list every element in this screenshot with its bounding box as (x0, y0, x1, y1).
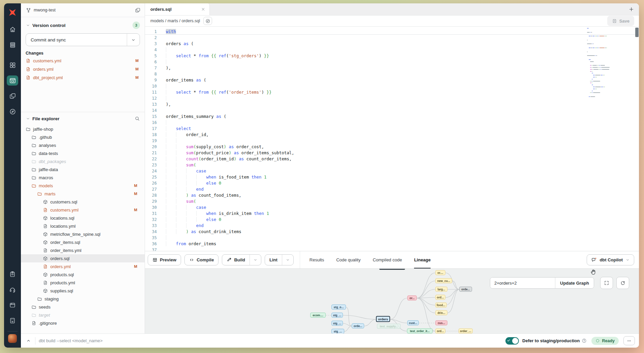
lineage-node-orders[interactable]: orders (376, 316, 390, 322)
lineage-node-ecom-[interactable]: ecom.... (310, 313, 326, 318)
tree-item-customers-sql[interactable]: customers.sql (21, 198, 145, 206)
lineage-node-drin-[interactable]: drin... (435, 310, 447, 315)
tree-item-supplies-sql[interactable]: supplies.sql (21, 287, 145, 295)
lineage-canvas[interactable]: ecom....stg_o...stg_...stg_...stg_...ord… (145, 268, 639, 333)
build-button[interactable]: Build (222, 254, 261, 265)
tree-item-jaffle-shop[interactable]: jaffle-shop (21, 125, 145, 133)
lineage-node-orde-[interactable]: orde... (459, 287, 472, 292)
tree-item-orders-yml[interactable]: orders.ymlM (21, 262, 145, 270)
explore-lineage-button[interactable] (203, 17, 212, 25)
lineage-node-or-[interactable]: or... (407, 295, 417, 300)
commit-options-chevron[interactable] (127, 34, 140, 46)
changed-file-row[interactable]: orders.ymlM (26, 66, 140, 72)
tree-item-customers-yml[interactable]: customers.ymlM (21, 206, 145, 214)
tree-item-models[interactable]: modelsM (21, 182, 145, 190)
changed-file-row[interactable]: customers.ymlM (26, 57, 140, 64)
changed-file-row[interactable]: dbt_project.ymlM (26, 74, 140, 81)
tree-item-orders-sql[interactable]: orders.sql (21, 254, 145, 262)
close-tab-icon[interactable] (201, 7, 205, 11)
lineage-node-larg-[interactable]: larg... (435, 287, 447, 292)
lineage-node-order-[interactable]: order_... (459, 328, 473, 333)
lineage-node-ord-[interactable]: ord... (435, 328, 445, 333)
tree-item-seeds[interactable]: seeds (21, 303, 145, 311)
lineage-node-stg-[interactable]: stg_... (331, 313, 343, 318)
line-number: 3 (145, 41, 160, 47)
lineage-node-cust-[interactable]: cust... (407, 320, 419, 325)
lineage-node-new-cu-[interactable]: new_cu... (435, 278, 452, 283)
tab-orders-sql[interactable]: orders.sql (145, 3, 210, 15)
changelog-icon[interactable] (4, 313, 21, 328)
home-icon[interactable] (4, 22, 21, 37)
expand-command-panel-icon[interactable] (24, 338, 33, 343)
chevron-down-icon[interactable] (26, 23, 30, 28)
dashboard-icon[interactable] (4, 57, 21, 73)
dbt-command-input[interactable] (39, 338, 505, 343)
more-options-button[interactable] (623, 336, 635, 345)
support-icon[interactable] (4, 282, 21, 297)
tree-item--gitignore[interactable]: .gitignore (21, 319, 145, 327)
lineage-node-orde-[interactable]: orde... (352, 323, 364, 328)
tree-item-macros[interactable]: macros (21, 173, 145, 182)
develop-ide-icon[interactable] (4, 73, 21, 88)
new-tab-button[interactable] (628, 6, 634, 12)
tree-item-marts[interactable]: martsM (21, 190, 145, 198)
lineage-node-stg-[interactable]: stg_... (331, 321, 343, 326)
defer-toggle[interactable] (505, 337, 519, 345)
build-options-chevron[interactable] (250, 255, 261, 265)
tree-item-target[interactable]: target (21, 311, 145, 319)
tree-item-order-items-yml[interactable]: order_items.yml (21, 246, 145, 254)
refresh-graph-button[interactable] (616, 277, 629, 289)
editor-scrollbar[interactable] (635, 28, 639, 37)
preview-button[interactable]: Preview (148, 254, 181, 265)
tree-item-locations-sql[interactable]: locations.sql (21, 214, 145, 222)
docs-icon[interactable] (4, 297, 21, 313)
tree-item-locations-yml[interactable]: locations.yml (21, 222, 145, 230)
compare-icon[interactable] (4, 88, 21, 104)
tab-results[interactable]: Results (310, 251, 324, 269)
chevron-down-icon[interactable] (26, 116, 30, 121)
tree-item-analyses[interactable]: analyses (21, 141, 145, 149)
tab-lineage[interactable]: Lineage (414, 251, 431, 269)
lint-options-chevron[interactable] (282, 255, 293, 265)
deploy-jobs-icon[interactable] (4, 37, 21, 53)
left-nav-rail (4, 3, 21, 348)
code-text: order_id, (160, 132, 209, 138)
lineage-node-food-[interactable]: food... (435, 302, 447, 308)
minimap[interactable] (587, 28, 634, 100)
copy-icon[interactable] (135, 7, 141, 13)
lineage-node-or-[interactable]: or.... (435, 270, 445, 275)
lineage-node-test-order-it-[interactable]: test_order_it... (407, 328, 433, 333)
tree-item-dbt-packages[interactable]: dbt_packages (21, 157, 145, 165)
tab-compiled-code[interactable]: Compiled code (373, 251, 402, 269)
fullscreen-button[interactable] (600, 277, 613, 289)
code-editor[interactable]: 1with23orders as (4 5 select * from {{ r… (145, 27, 639, 251)
notes-icon[interactable] (4, 266, 21, 282)
dbt-copilot-button[interactable]: dbt Copilot (587, 254, 634, 265)
compile-button[interactable]: Compile (184, 254, 218, 265)
rail-top-icons (4, 22, 21, 119)
lint-button[interactable]: Lint (265, 254, 294, 265)
update-graph-button[interactable]: Update Graph (555, 278, 594, 288)
lineage-selector-input[interactable] (490, 278, 555, 288)
tree-item-products-yml[interactable]: products.yml (21, 279, 145, 287)
help-icon[interactable] (582, 338, 587, 343)
tree-item-metricflow-time-spine-sql[interactable]: metricflow_time_spine.sql (21, 230, 145, 238)
tree-item-products-sql[interactable]: products.sql (21, 270, 145, 279)
lineage-node-stg-[interactable]: stg_... (331, 329, 344, 333)
lineage-node-cus-[interactable]: cus... (435, 320, 447, 325)
commit-and-sync-button[interactable]: Commit and sync (26, 33, 140, 46)
lineage-node-stg-o-[interactable]: stg_o... (331, 304, 346, 310)
dbt-logo[interactable] (4, 3, 21, 22)
search-icon[interactable] (135, 116, 140, 121)
line-number: 12 (145, 95, 160, 101)
lineage-node-ord-[interactable]: ord... (435, 295, 445, 300)
tree-item-staging[interactable]: staging (21, 295, 145, 303)
user-avatar[interactable] (8, 334, 17, 343)
save-button[interactable]: Save (607, 16, 634, 26)
tree-item--github[interactable]: .github (21, 133, 145, 141)
tree-item-data-tests[interactable]: data-tests (21, 149, 145, 157)
tab-code-quality[interactable]: Code quality (336, 251, 360, 269)
tree-item-order-items-sql[interactable]: order_items.sql (21, 238, 145, 246)
explore-icon[interactable] (4, 104, 21, 119)
tree-item-jaffle-data[interactable]: jaffle-data (21, 165, 145, 173)
